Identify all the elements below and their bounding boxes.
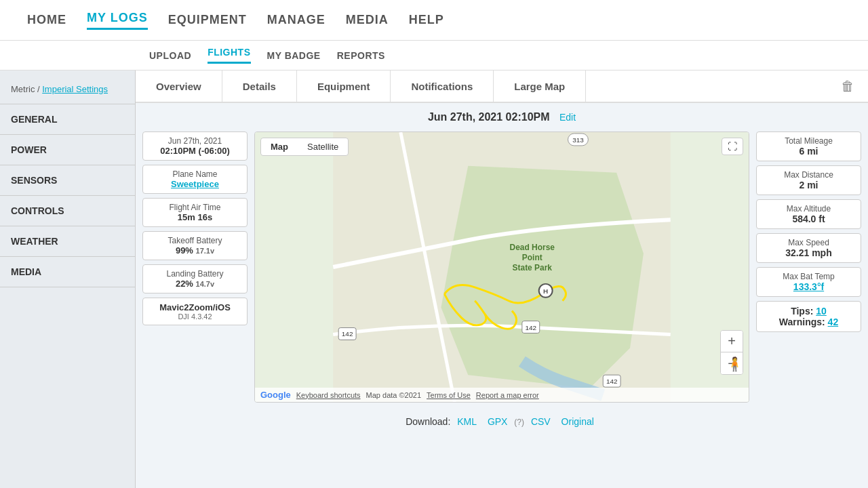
tab-overview[interactable]: Overview: [136, 70, 222, 102]
map-type-satellite-button[interactable]: Satellite: [298, 138, 348, 155]
warnings-link[interactable]: 42: [828, 317, 839, 327]
nav-home[interactable]: HOME: [27, 13, 66, 27]
landing-label: Landing Battery: [150, 269, 240, 279]
sidebar: Metric / Imperial Settings GENERAL POWER…: [0, 70, 136, 488]
date-value: 02:10PM (-06:00): [150, 146, 240, 156]
total-mileage-card: Total Mileage 6 mi: [756, 131, 861, 161]
map-container: 313 142 142 142 Dead Horse Point Stat: [254, 131, 749, 403]
pegman-icon[interactable]: 🧍: [726, 356, 743, 372]
device-card: Mavic2Zoom/iOS DJI 4.3.42: [142, 298, 248, 325]
nav-manage[interactable]: MANAGE: [267, 13, 326, 27]
subnav-reports[interactable]: REPORTS: [337, 50, 385, 61]
right-stats: Total Mileage 6 mi Max Distance 2 mi Max…: [756, 131, 861, 403]
air-time-label: Flight Air Time: [150, 203, 240, 212]
download-label: Download:: [406, 416, 450, 427]
google-logo: Google: [260, 390, 291, 400]
warnings-value: Warnings: 42: [764, 317, 854, 327]
max-speed-label: Max Speed: [764, 238, 854, 247]
sidebar-item-controls[interactable]: CONTROLS: [0, 196, 135, 226]
middle-section: Jun 27th, 2021 02:10PM (-06:00) Plane Na…: [136, 131, 868, 409]
warnings-label: Warnings:: [779, 317, 828, 327]
plane-name-card: Plane Name Sweetpiece: [142, 165, 248, 194]
max-speed-value: 32.21 mph: [764, 247, 854, 258]
gpx-question-mark: (?): [514, 418, 524, 427]
air-time-card: Flight Air Time 15m 16s: [142, 198, 248, 227]
max-bat-temp-card: Max Bat Temp 133.3°f: [756, 267, 861, 297]
tab-details[interactable]: Details: [222, 70, 297, 102]
takeoff-label: Takeoff Battery: [150, 236, 240, 245]
sidebar-item-power[interactable]: POWER: [0, 135, 135, 165]
tips-value: Tips: 10: [764, 306, 854, 317]
metric-label: Metric /: [11, 84, 42, 94]
tips-link[interactable]: 10: [816, 306, 827, 317]
device-sub: DJI 4.3.42: [150, 312, 240, 321]
sidebar-item-sensors[interactable]: SENSORS: [0, 165, 135, 196]
takeoff-battery-card: Takeoff Battery 99% 17.1v: [142, 231, 248, 260]
svg-text:Dead Horse: Dead Horse: [510, 243, 555, 252]
tab-equipment[interactable]: Equipment: [297, 70, 391, 102]
map-data-label: Map data ©2021: [366, 391, 422, 399]
max-distance-value: 2 mi: [764, 180, 854, 190]
svg-text:142: 142: [525, 324, 536, 331]
download-gpx-link[interactable]: GPX: [488, 416, 508, 427]
date-label: Jun 27th, 2021: [150, 136, 240, 146]
sidebar-item-weather[interactable]: WEATHER: [0, 226, 135, 257]
sidebar-item-general[interactable]: GENERAL: [0, 104, 135, 135]
left-cards: Jun 27th, 2021 02:10PM (-06:00) Plane Na…: [142, 131, 248, 403]
svg-text:Point: Point: [522, 253, 542, 262]
nav-equipment[interactable]: EQUIPMENT: [168, 13, 247, 27]
device-name: Mavic2Zoom/iOS: [150, 302, 240, 312]
tab-largemap[interactable]: Large Map: [494, 70, 586, 102]
subnav-mybadge[interactable]: MY BADGE: [267, 50, 321, 61]
takeoff-value: 99% 17.1v: [150, 245, 240, 256]
svg-text:State Park: State Park: [513, 263, 553, 272]
nav-help[interactable]: HELP: [409, 13, 444, 27]
download-csv-link[interactable]: CSV: [531, 416, 551, 427]
total-mileage-label: Total Mileage: [764, 136, 854, 146]
max-altitude-card: Max Altitude 584.0 ft: [756, 199, 861, 229]
imperial-settings-link[interactable]: Imperial Settings: [42, 84, 108, 94]
subnav-upload[interactable]: UPLOAD: [149, 50, 191, 61]
sidebar-item-media[interactable]: MEDIA: [0, 257, 135, 287]
max-altitude-value: 584.0 ft: [764, 214, 854, 224]
tips-warnings-card: Tips: 10 Warnings: 42: [756, 301, 861, 332]
edit-flight-link[interactable]: Edit: [559, 112, 576, 123]
sub-nav: UPLOAD FLIGHTS MY BADGE REPORTS: [0, 41, 868, 70]
svg-text:H: H: [543, 287, 548, 295]
air-time-value: 15m 16s: [150, 212, 240, 222]
fullscreen-button[interactable]: ⛶: [722, 138, 743, 155]
download-bar: Download: KML GPX (?) CSV Original: [136, 409, 868, 430]
map-view: 313 142 142 142 Dead Horse Point Stat: [255, 132, 749, 402]
map-svg: 313 142 142 142 Dead Horse Point Stat: [255, 132, 749, 402]
nav-media[interactable]: MEDIA: [346, 13, 389, 27]
subnav-flights[interactable]: FLIGHTS: [208, 47, 250, 64]
tab-bar: Overview Details Equipment Notifications…: [136, 70, 868, 103]
total-mileage-value: 6 mi: [764, 146, 854, 157]
map-footer: Google Keyboard shortcuts Map data ©2021…: [255, 388, 749, 402]
max-bat-temp-value: 133.3°f: [764, 281, 854, 292]
max-distance-label: Max Distance: [764, 170, 854, 180]
sidebar-settings: Metric / Imperial Settings: [0, 77, 135, 104]
flight-header: Jun 27th, 2021 02:10PM Edit: [136, 103, 868, 131]
nav-mylogs[interactable]: MY LOGS: [87, 11, 148, 30]
terms-link[interactable]: Terms of Use: [427, 391, 471, 399]
svg-text:142: 142: [342, 330, 353, 338]
zoom-in-button[interactable]: +: [721, 331, 743, 352]
delete-flight-button[interactable]: 🗑: [827, 79, 868, 94]
tab-notifications[interactable]: Notifications: [391, 70, 494, 102]
report-map-error-link[interactable]: Report a map error: [476, 391, 539, 399]
svg-marker-1: [441, 166, 644, 388]
max-altitude-label: Max Altitude: [764, 204, 854, 214]
keyboard-shortcuts-link[interactable]: Keyboard shortcuts: [296, 391, 361, 399]
download-kml-link[interactable]: KML: [457, 416, 477, 427]
max-bat-temp-link[interactable]: 133.3°f: [793, 281, 824, 292]
plane-value: Sweetpiece: [150, 179, 240, 189]
max-speed-card: Max Speed 32.21 mph: [756, 233, 861, 263]
plane-link[interactable]: Sweetpiece: [171, 179, 219, 189]
main-container: Metric / Imperial Settings GENERAL POWER…: [0, 70, 868, 488]
map-type-map-button[interactable]: Map: [261, 138, 298, 155]
top-nav: HOME MY LOGS EQUIPMENT MANAGE MEDIA HELP: [0, 0, 868, 41]
download-original-link[interactable]: Original: [561, 416, 594, 427]
landing-value: 22% 14.7v: [150, 279, 240, 289]
flight-date: Jun 27th, 2021 02:10PM: [428, 111, 550, 123]
